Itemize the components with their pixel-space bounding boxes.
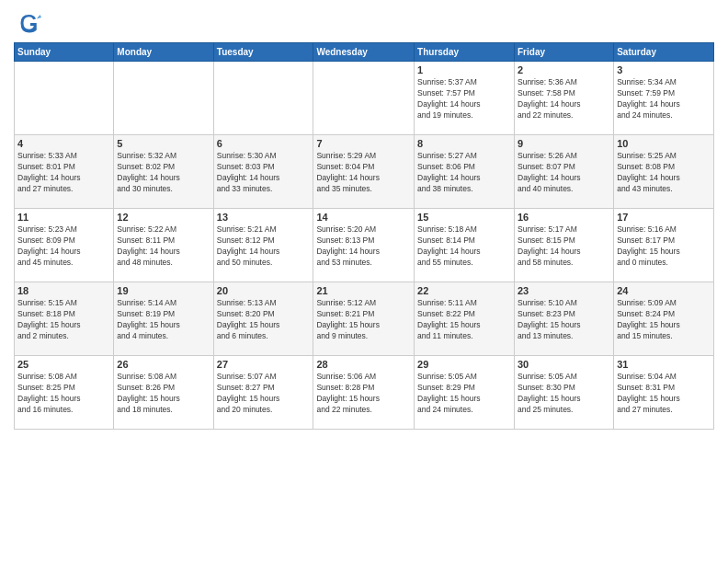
day-info: Sunrise: 5:33 AM Sunset: 8:01 PM Dayligh… <box>17 151 110 195</box>
day-number: 10 <box>617 138 711 149</box>
calendar-cell: 22Sunrise: 5:11 AM Sunset: 8:22 PM Dayli… <box>415 282 515 356</box>
calendar-cell: 28Sunrise: 5:06 AM Sunset: 8:28 PM Dayli… <box>313 356 415 430</box>
day-info: Sunrise: 5:34 AM Sunset: 7:59 PM Dayligh… <box>617 77 711 121</box>
day-info: Sunrise: 5:25 AM Sunset: 8:08 PM Dayligh… <box>617 151 711 195</box>
day-info: Sunrise: 5:10 AM Sunset: 8:23 PM Dayligh… <box>518 298 610 342</box>
calendar-cell: 26Sunrise: 5:08 AM Sunset: 8:26 PM Dayli… <box>114 356 213 430</box>
day-info: Sunrise: 5:29 AM Sunset: 8:04 PM Dayligh… <box>316 151 411 195</box>
day-info: Sunrise: 5:14 AM Sunset: 8:19 PM Dayligh… <box>117 298 210 342</box>
day-number: 5 <box>117 138 210 149</box>
day-header-friday: Friday <box>515 43 614 62</box>
day-info: Sunrise: 5:09 AM Sunset: 8:24 PM Dayligh… <box>617 298 711 342</box>
day-info: Sunrise: 5:08 AM Sunset: 8:26 PM Dayligh… <box>117 372 210 416</box>
calendar-cell: 30Sunrise: 5:05 AM Sunset: 8:30 PM Dayli… <box>515 356 614 430</box>
header-row: SundayMondayTuesdayWednesdayThursdayFrid… <box>15 43 714 62</box>
day-number: 3 <box>617 64 711 75</box>
day-info: Sunrise: 5:27 AM Sunset: 8:06 PM Dayligh… <box>417 151 511 195</box>
day-number: 21 <box>316 285 411 296</box>
calendar-cell: 23Sunrise: 5:10 AM Sunset: 8:23 PM Dayli… <box>515 282 614 356</box>
day-header-sunday: Sunday <box>15 43 114 62</box>
day-number: 12 <box>117 212 210 223</box>
day-info: Sunrise: 5:05 AM Sunset: 8:30 PM Dayligh… <box>518 372 610 416</box>
week-row-1: 4Sunrise: 5:33 AM Sunset: 8:01 PM Daylig… <box>15 135 714 209</box>
day-info: Sunrise: 5:37 AM Sunset: 7:57 PM Dayligh… <box>417 77 511 121</box>
day-info: Sunrise: 5:04 AM Sunset: 8:31 PM Dayligh… <box>617 372 711 416</box>
calendar-cell: 20Sunrise: 5:13 AM Sunset: 8:20 PM Dayli… <box>213 282 313 356</box>
day-number: 27 <box>217 359 311 370</box>
day-number: 31 <box>617 359 711 370</box>
logo-icon <box>14 9 41 37</box>
calendar-cell <box>313 62 415 135</box>
day-info: Sunrise: 5:11 AM Sunset: 8:22 PM Dayligh… <box>417 298 511 342</box>
day-number: 24 <box>617 285 711 296</box>
day-info: Sunrise: 5:20 AM Sunset: 8:13 PM Dayligh… <box>316 224 411 269</box>
calendar-cell: 5Sunrise: 5:32 AM Sunset: 8:02 PM Daylig… <box>114 135 213 209</box>
day-number: 6 <box>217 138 311 149</box>
week-row-4: 25Sunrise: 5:08 AM Sunset: 8:25 PM Dayli… <box>15 356 714 430</box>
day-info: Sunrise: 5:13 AM Sunset: 8:20 PM Dayligh… <box>217 298 311 342</box>
calendar-cell: 12Sunrise: 5:22 AM Sunset: 8:11 PM Dayli… <box>114 209 213 282</box>
day-number: 28 <box>316 359 411 370</box>
day-number: 11 <box>17 212 110 223</box>
calendar-cell: 16Sunrise: 5:17 AM Sunset: 8:15 PM Dayli… <box>515 209 614 282</box>
calendar-cell: 19Sunrise: 5:14 AM Sunset: 8:19 PM Dayli… <box>114 282 213 356</box>
calendar-cell: 3Sunrise: 5:34 AM Sunset: 7:59 PM Daylig… <box>614 62 714 135</box>
day-number: 14 <box>316 212 411 223</box>
week-row-3: 18Sunrise: 5:15 AM Sunset: 8:18 PM Dayli… <box>15 282 714 356</box>
calendar-cell: 31Sunrise: 5:04 AM Sunset: 8:31 PM Dayli… <box>614 356 714 430</box>
day-number: 17 <box>617 212 711 223</box>
day-number: 22 <box>417 285 511 296</box>
calendar-cell: 7Sunrise: 5:29 AM Sunset: 8:04 PM Daylig… <box>313 135 415 209</box>
day-number: 29 <box>417 359 511 370</box>
calendar-cell: 8Sunrise: 5:27 AM Sunset: 8:06 PM Daylig… <box>415 135 515 209</box>
calendar-cell: 2Sunrise: 5:36 AM Sunset: 7:58 PM Daylig… <box>515 62 614 135</box>
day-header-saturday: Saturday <box>614 43 714 62</box>
logo <box>14 9 45 37</box>
day-header-wednesday: Wednesday <box>313 43 415 62</box>
day-header-thursday: Thursday <box>415 43 515 62</box>
day-info: Sunrise: 5:08 AM Sunset: 8:25 PM Dayligh… <box>17 372 110 416</box>
calendar-cell: 14Sunrise: 5:20 AM Sunset: 8:13 PM Dayli… <box>313 209 415 282</box>
day-header-tuesday: Tuesday <box>213 43 313 62</box>
calendar-cell: 15Sunrise: 5:18 AM Sunset: 8:14 PM Dayli… <box>415 209 515 282</box>
calendar-cell: 1Sunrise: 5:37 AM Sunset: 7:57 PM Daylig… <box>415 62 515 135</box>
day-info: Sunrise: 5:32 AM Sunset: 8:02 PM Dayligh… <box>117 151 210 195</box>
day-number: 13 <box>217 212 311 223</box>
day-number: 20 <box>217 285 311 296</box>
calendar-cell: 29Sunrise: 5:05 AM Sunset: 8:29 PM Dayli… <box>415 356 515 430</box>
day-header-monday: Monday <box>114 43 213 62</box>
day-info: Sunrise: 5:07 AM Sunset: 8:27 PM Dayligh… <box>217 372 311 416</box>
day-number: 18 <box>17 285 110 296</box>
day-info: Sunrise: 5:05 AM Sunset: 8:29 PM Dayligh… <box>417 372 511 416</box>
calendar-cell: 11Sunrise: 5:23 AM Sunset: 8:09 PM Dayli… <box>15 209 114 282</box>
day-number: 4 <box>17 138 110 149</box>
calendar-cell: 10Sunrise: 5:25 AM Sunset: 8:08 PM Dayli… <box>614 135 714 209</box>
calendar-cell: 17Sunrise: 5:16 AM Sunset: 8:17 PM Dayli… <box>614 209 714 282</box>
calendar-cell: 9Sunrise: 5:26 AM Sunset: 8:07 PM Daylig… <box>515 135 614 209</box>
day-info: Sunrise: 5:30 AM Sunset: 8:03 PM Dayligh… <box>217 151 311 195</box>
week-row-2: 11Sunrise: 5:23 AM Sunset: 8:09 PM Dayli… <box>15 209 714 282</box>
calendar-cell <box>114 62 213 135</box>
calendar-cell <box>15 62 114 135</box>
week-row-0: 1Sunrise: 5:37 AM Sunset: 7:57 PM Daylig… <box>15 62 714 135</box>
day-number: 7 <box>316 138 411 149</box>
day-info: Sunrise: 5:36 AM Sunset: 7:58 PM Dayligh… <box>518 77 610 121</box>
day-number: 9 <box>518 138 610 149</box>
day-info: Sunrise: 5:17 AM Sunset: 8:15 PM Dayligh… <box>518 224 610 269</box>
calendar-header: SundayMondayTuesdayWednesdayThursdayFrid… <box>15 43 714 62</box>
calendar-cell: 13Sunrise: 5:21 AM Sunset: 8:12 PM Dayli… <box>213 209 313 282</box>
day-info: Sunrise: 5:22 AM Sunset: 8:11 PM Dayligh… <box>117 224 210 269</box>
calendar-cell <box>213 62 313 135</box>
calendar-cell: 18Sunrise: 5:15 AM Sunset: 8:18 PM Dayli… <box>15 282 114 356</box>
day-number: 19 <box>117 285 210 296</box>
day-number: 26 <box>117 359 210 370</box>
calendar-table: SundayMondayTuesdayWednesdayThursdayFrid… <box>14 42 714 430</box>
day-number: 16 <box>518 212 610 223</box>
calendar-cell: 25Sunrise: 5:08 AM Sunset: 8:25 PM Dayli… <box>15 356 114 430</box>
calendar-cell: 27Sunrise: 5:07 AM Sunset: 8:27 PM Dayli… <box>213 356 313 430</box>
calendar-body: 1Sunrise: 5:37 AM Sunset: 7:57 PM Daylig… <box>15 62 714 430</box>
header <box>14 9 714 37</box>
day-info: Sunrise: 5:06 AM Sunset: 8:28 PM Dayligh… <box>316 372 411 416</box>
day-info: Sunrise: 5:26 AM Sunset: 8:07 PM Dayligh… <box>518 151 610 195</box>
day-number: 2 <box>518 64 610 75</box>
